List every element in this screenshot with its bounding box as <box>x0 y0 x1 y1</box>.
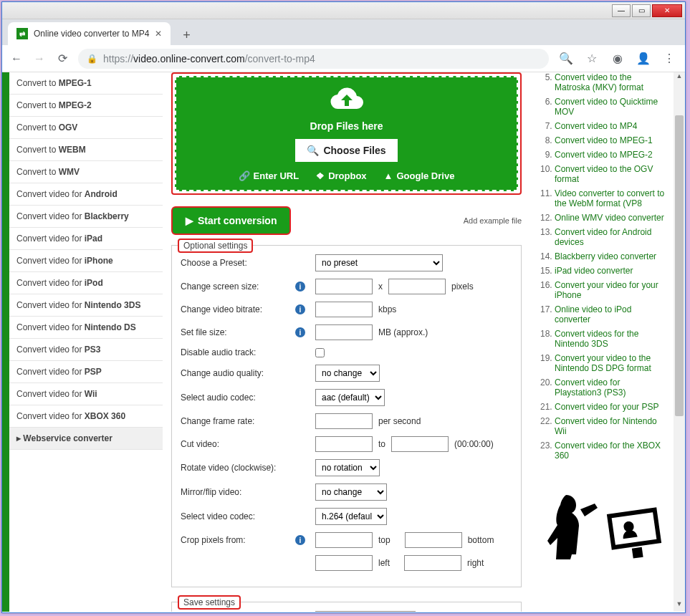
related-link[interactable]: Convert video to MPEG-1 <box>555 135 653 145</box>
cut-label: Cut video: <box>181 439 295 449</box>
profile-icon[interactable]: 👤 <box>635 52 652 65</box>
related-link[interactable]: Blackberry video converter <box>555 251 656 261</box>
sidebar-item[interactable]: Convert video for iPhone <box>9 250 163 272</box>
choose-files-button[interactable]: 🔍 Choose Files <box>295 139 397 162</box>
related-link[interactable]: Convert video for Android devices <box>555 227 651 247</box>
window-minimize[interactable]: — <box>612 4 631 17</box>
reload-icon[interactable]: ⟳ <box>55 52 70 65</box>
info-icon[interactable]: i <box>295 535 305 545</box>
related-link[interactable]: Convert video for Nintendo Wii <box>555 416 657 436</box>
scrollbar-thumb[interactable] <box>675 115 684 416</box>
scrollbar[interactable]: ▲ ▼ <box>674 72 685 612</box>
related-link[interactable]: Convert video to MPEG-2 <box>555 150 653 160</box>
new-tab-button[interactable]: + <box>176 25 196 45</box>
menu-icon[interactable]: ⋮ <box>661 52 678 65</box>
start-conversion-button[interactable]: ▶ Start conversion <box>171 206 291 235</box>
related-link[interactable]: Online video to iPod converter <box>555 304 631 324</box>
related-link-item: Convert video for Android devices <box>555 227 669 247</box>
dropbox-link[interactable]: ❖Dropbox <box>316 170 366 181</box>
sidebar-item[interactable]: Convert to WEBM <box>9 139 163 161</box>
related-link-item: Convert video to MPEG-1 <box>555 135 669 145</box>
scroll-up-icon[interactable]: ▲ <box>674 72 685 84</box>
zoom-icon[interactable]: 🔍 <box>557 52 575 65</box>
sidebar-item[interactable]: Convert video for Blackberry <box>9 206 163 228</box>
filesize-input[interactable] <box>315 324 373 340</box>
screen-size-label: Change screen size: <box>181 281 295 292</box>
mirror-select[interactable]: no change <box>315 483 387 501</box>
url-bar[interactable]: 🔒 https://video.online-convert.com/conve… <box>78 49 549 69</box>
audio-codec-label: Select audio codec: <box>181 393 295 403</box>
info-icon[interactable]: i <box>295 327 305 337</box>
related-link[interactable]: Convert video to MP4 <box>555 121 637 131</box>
sidebar-item[interactable]: Convert video for Wii <box>9 383 163 405</box>
disable-audio-label: Disable audio track: <box>181 347 295 357</box>
dropzone[interactable]: Drop Files here 🔍 Choose Files 🔗Enter UR… <box>171 72 522 195</box>
back-icon[interactable]: ← <box>9 52 24 65</box>
sidebar-item[interactable]: Convert video for XBOX 360 <box>9 405 163 428</box>
sidebar-item[interactable]: Convert to WMV <box>9 161 163 183</box>
related-link[interactable]: Convert your video for your iPhone <box>555 280 658 300</box>
sidebar-item[interactable]: Convert to MPEG-2 <box>9 95 163 117</box>
save-settings-legend: Save settings <box>178 595 241 610</box>
svg-rect-1 <box>612 512 657 545</box>
sidebar-item[interactable]: Convert video for Nintendo DS <box>9 317 163 339</box>
sidebar-item[interactable]: Convert video for Android <box>9 183 163 206</box>
sidebar-item[interactable]: Convert video for PSP <box>9 361 163 383</box>
audio-quality-select[interactable]: no change <box>315 365 380 382</box>
sidebar-item[interactable]: Convert video for iPod <box>9 272 163 294</box>
related-link[interactable]: Convert video for the XBOX 360 <box>555 441 661 461</box>
framerate-input[interactable] <box>315 413 373 429</box>
disable-audio-checkbox[interactable] <box>315 348 325 357</box>
dropbox-icon: ❖ <box>316 170 325 181</box>
audio-codec-select[interactable]: aac (default) <box>315 389 385 406</box>
related-link[interactable]: iPad video converter <box>555 266 633 276</box>
extension-icon[interactable]: ◉ <box>609 52 626 65</box>
related-link[interactable]: Convert video for Playstation3 (PS3) <box>555 377 626 398</box>
info-icon[interactable]: i <box>295 281 305 292</box>
tab-close-icon[interactable]: ✕ <box>155 29 162 39</box>
related-link-item: Convert video to MPEG-2 <box>555 150 669 160</box>
screen-width-input[interactable] <box>315 279 373 294</box>
cut-to-input[interactable] <box>391 436 449 452</box>
bitrate-input[interactable] <box>315 302 373 317</box>
sidebar-item[interactable]: Convert video for iPad <box>9 228 163 250</box>
related-link-item: Convert your video for your iPhone <box>555 280 669 300</box>
gdrive-link[interactable]: ▲Google Drive <box>384 170 455 181</box>
related-link[interactable]: Online WMV video converter <box>555 213 664 223</box>
cut-from-input[interactable] <box>315 436 373 452</box>
sidebar-item-webservice[interactable]: Webservice converter <box>9 428 163 450</box>
crop-right-input[interactable] <box>404 555 461 571</box>
sidebar-item[interactable]: Convert video for Nintendo 3DS <box>9 294 163 317</box>
related-link-item: Convert video to Quicktime MOV <box>555 97 669 117</box>
enter-url-link[interactable]: 🔗Enter URL <box>239 170 300 181</box>
related-link[interactable]: Convert video to Quicktime MOV <box>555 97 658 117</box>
related-link[interactable]: Convert video for your PSP <box>555 402 658 412</box>
info-icon[interactable]: i <box>295 304 305 314</box>
crop-bottom-input[interactable] <box>405 532 462 548</box>
related-link[interactable]: Convert video to the OGV format <box>555 164 653 184</box>
preset-select[interactable]: no preset <box>315 254 443 271</box>
crop-left-input[interactable] <box>315 555 373 571</box>
star-icon[interactable]: ☆ <box>583 52 600 65</box>
sidebar-item[interactable]: Convert to MPEG-1 <box>9 72 163 95</box>
window-maximize[interactable]: ▭ <box>632 4 651 17</box>
framerate-label: Change frame rate: <box>181 416 295 426</box>
vcodec-select[interactable]: h.264 (default) <box>315 508 387 525</box>
related-link[interactable]: Convert video to the Matroska (MKV) form… <box>555 72 643 92</box>
lock-icon: 🔒 <box>87 54 97 64</box>
screen-height-input[interactable] <box>388 279 446 294</box>
related-link[interactable]: Convert videos for the Nintendo 3DS <box>555 329 638 349</box>
scroll-down-icon[interactable]: ▼ <box>674 600 685 612</box>
crop-top-input[interactable] <box>315 532 373 548</box>
window-close[interactable]: ✕ <box>652 4 682 17</box>
related-link[interactable]: Convert your video to the Nintendo DS DP… <box>555 353 651 373</box>
illustration <box>537 481 669 559</box>
related-link[interactable]: Video converter to convert to the WebM f… <box>555 188 664 208</box>
gdrive-icon: ▲ <box>384 170 393 181</box>
sidebar-item[interactable]: Convert to OGV <box>9 117 163 139</box>
sidebar-item[interactable]: Convert video for PS3 <box>9 339 163 361</box>
save-name-input[interactable] <box>315 611 416 612</box>
add-example-link[interactable]: Add example file <box>464 216 522 225</box>
browser-tab[interactable]: ⇄ Online video converter to MP4 ✕ <box>8 22 171 45</box>
rotate-select[interactable]: no rotation <box>315 459 380 476</box>
